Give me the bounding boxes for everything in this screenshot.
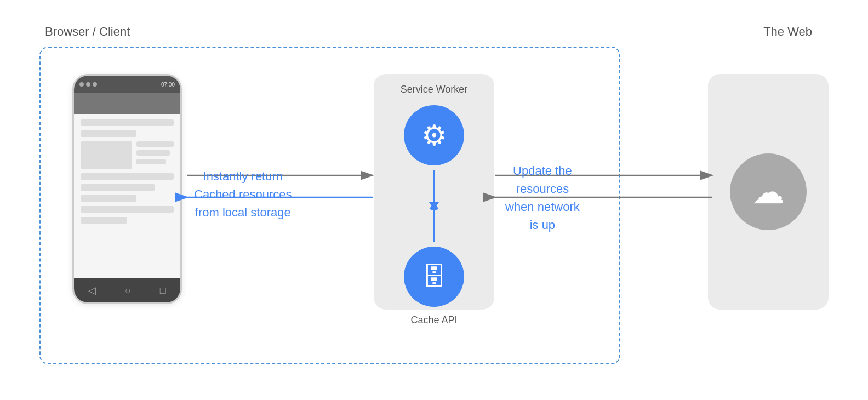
browser-client-label: Browser / Client [45, 25, 130, 39]
update-the-text: Update the [505, 162, 580, 180]
instantly-return-text: Instantly return [194, 167, 292, 185]
update-resources-text: Update the resources when network is up [505, 162, 580, 234]
nav-back-icon: ◁ [88, 284, 96, 296]
status-time: 07:00 [161, 82, 175, 88]
sw-vertical-connector [433, 170, 435, 242]
phone-content [74, 114, 180, 278]
service-worker-box: Service Worker ⚙ 🗄 Cache API [374, 74, 494, 310]
resources-text: resources [505, 180, 580, 198]
content-line-4 [136, 150, 170, 156]
sw-arrow-down [433, 170, 435, 203]
service-worker-label: Service Worker [401, 84, 468, 95]
cache-api-circle: 🗄 [404, 247, 464, 307]
phone-nav: ◁ ○ □ [74, 278, 180, 302]
signal-icon [79, 82, 84, 87]
content-line-2 [81, 130, 136, 137]
when-network-text: when network [505, 198, 580, 216]
content-line-1 [81, 119, 174, 126]
content-line-10 [81, 217, 127, 224]
svg-marker-1 [429, 202, 439, 209]
statusbar-icons [79, 82, 97, 87]
from-local-storage-text: from local storage [194, 203, 292, 221]
phone-statusbar: 07:00 [74, 76, 180, 93]
gears-icon: ⚙ [421, 119, 447, 152]
phone-toolbar [74, 93, 180, 114]
nav-recent-icon: □ [160, 285, 166, 296]
content-lines-right [136, 141, 174, 169]
content-line-9 [81, 206, 174, 213]
cache-api-label: Cache API [410, 315, 457, 326]
content-block [81, 141, 132, 169]
service-worker-gears-circle: ⚙ [404, 105, 464, 165]
content-line-7 [81, 184, 155, 191]
arrow-up-tip [429, 202, 439, 210]
content-line-3 [136, 141, 174, 147]
content-row [81, 141, 174, 169]
cached-resources-text-line: Cached resources [194, 185, 292, 203]
database-icon: 🗄 [421, 262, 447, 292]
content-line-6 [81, 173, 174, 180]
diagram-container: Browser / Client The Web 07:00 [23, 14, 845, 386]
cloud-icon: ☁ [752, 173, 785, 211]
the-web-label: The Web [763, 25, 812, 39]
battery-icon [93, 82, 97, 87]
sw-arrow-up [433, 209, 435, 242]
nav-home-icon: ○ [125, 285, 131, 296]
is-up-text: is up [505, 216, 580, 234]
web-box: ☁ [708, 74, 829, 310]
cloud-circle: ☁ [730, 153, 807, 230]
cached-resources-text: Instantly return Cached resources from l… [194, 167, 292, 221]
phone-illustration: 07:00 ◁ ○ □ [72, 74, 182, 304]
content-line-5 [136, 159, 167, 164]
content-line-8 [81, 195, 136, 202]
wifi-icon [86, 82, 90, 87]
